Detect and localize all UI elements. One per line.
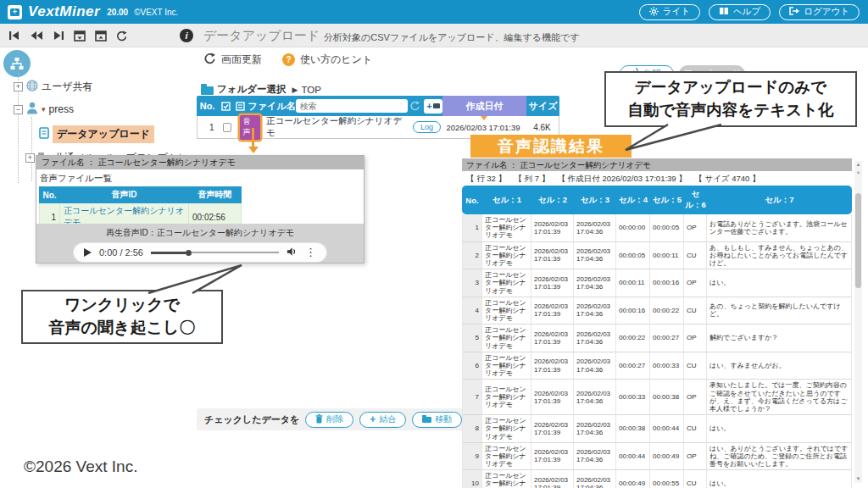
results-cell: はい。 <box>707 470 852 488</box>
first-page-icon[interactable] <box>8 30 20 41</box>
col-created-header[interactable]: 作成日付 <box>442 96 526 116</box>
sidebar-item-data-upload[interactable]: データアップロード <box>39 125 154 143</box>
person-icon <box>26 102 38 117</box>
results-cell: 2026/02/03 17:01:39 <box>531 324 574 352</box>
merge-button[interactable]: + 結合 <box>359 412 406 428</box>
sidebar-item-user-share[interactable]: + ユーザ共有 <box>14 80 93 94</box>
player-seek-bar[interactable] <box>151 252 279 253</box>
logout-icon <box>789 7 799 17</box>
results-cell: 正コールセンター解約シナリオデモ <box>482 214 531 242</box>
recognition-results-label: 音声認識結果 <box>470 135 632 158</box>
results-row-no: 8 <box>462 415 482 443</box>
player-menu-icon[interactable]: ⋮ <box>305 248 316 257</box>
callout-tail <box>621 124 732 152</box>
scroll-up-icon-2[interactable]: ▲ <box>854 169 862 175</box>
results-row: 7正コールセンター解約シナリオデモ2026/02/03 17:01:392026… <box>462 380 852 415</box>
results-cell: 正コールセンター解約シナリオデモ <box>482 242 531 270</box>
dock-pane-icon[interactable] <box>74 30 86 42</box>
results-row-no: 7 <box>462 380 482 415</box>
results-row: 3正コールセンター解約シナリオデモ2026/02/03 17:01:392026… <box>462 269 852 297</box>
recognition-results-panel: ファイル名 ： 正コールセンター解約シナリオデモ 【 行 32 】 【 列 7 … <box>462 158 852 488</box>
results-cell: 正コールセンター解約シナリオデモ <box>482 324 531 352</box>
results-cell: 00:00:16 <box>650 269 684 297</box>
results-cell: はい。 <box>707 415 852 443</box>
audio-player-area: 再生音声ID：正コールセンター解約シナリオデモ 0:00 / 2:56 ⋮ <box>36 224 364 263</box>
info-icon[interactable]: i <box>180 29 193 42</box>
volume-icon[interactable] <box>287 245 298 260</box>
results-cell: 2026/02/03 17:04:36 <box>574 242 616 270</box>
sidebar-item-press[interactable]: − ▾ press <box>14 102 74 117</box>
vendor-copyright: ©VEXT Inc. <box>134 8 178 17</box>
results-row: 9正コールセンター解約シナリオデモ2026/02/03 17:01:392026… <box>462 443 852 471</box>
results-cell: 2026/02/03 17:01:39 <box>531 214 574 242</box>
collapse-icon[interactable]: − <box>14 105 23 114</box>
results-row-no: 3 <box>462 269 482 297</box>
audio-col-id: 音声ID <box>60 187 189 203</box>
scroll-up-icon[interactable]: ▲ <box>854 162 862 167</box>
help-icon <box>719 7 729 17</box>
folder-path-top[interactable]: TOP <box>302 85 321 95</box>
log-button[interactable]: Log <box>413 121 441 133</box>
version-label: 20.00 <box>107 8 128 17</box>
audio-col-duration: 音声時間 <box>189 187 242 203</box>
organization-root-icon[interactable] <box>3 50 31 77</box>
path-arrow-icon: ▶ <box>292 86 298 94</box>
light-mode-button[interactable]: ライト <box>639 4 700 20</box>
next-page-icon[interactable] <box>53 30 64 41</box>
add-folder-button[interactable]: + <box>424 99 442 114</box>
usage-hint-label: 使い方のヒント <box>300 53 372 67</box>
undock-pane-icon[interactable] <box>95 30 107 42</box>
sort-desc-icon <box>481 116 487 120</box>
callout-text: ワンクリックで <box>64 294 180 317</box>
search-input[interactable] <box>296 99 408 113</box>
results-cell: 00:00:16 <box>616 297 650 325</box>
results-row-no: 9 <box>462 443 482 471</box>
results-cell: 2026/02/03 17:04:36 <box>574 470 616 488</box>
prev-page-icon[interactable] <box>30 30 43 41</box>
reload-icon[interactable] <box>116 30 128 42</box>
logout-button[interactable]: ログアウト <box>779 4 860 20</box>
results-cell: 00:00:38 <box>650 380 684 415</box>
results-cell: CU <box>684 415 707 443</box>
results-cell: 00:00:33 <box>650 352 684 380</box>
results-row-no: 6 <box>462 352 482 380</box>
audio-player: 0:00 / 2:56 ⋮ <box>73 242 327 263</box>
sidebar-item-label-selected: データアップロード <box>53 125 154 143</box>
delete-button[interactable]: 削除 <box>305 412 353 428</box>
search-refresh-icon[interactable] <box>408 101 423 111</box>
results-row-no: 2 <box>462 242 482 270</box>
screen-refresh-link[interactable]: 画面更新 <box>204 53 262 67</box>
file-row-checkbox[interactable] <box>223 123 232 132</box>
logout-label: ログアウト <box>804 6 849 18</box>
move-button[interactable]: 移動 <box>412 412 462 428</box>
media-column-icon <box>233 102 248 111</box>
help-button[interactable]: ヘルプ <box>709 4 771 20</box>
results-cell: 正コールセンター解約シナリオデモ <box>482 352 531 380</box>
results-cell: 00:00:49 <box>650 443 684 471</box>
results-table: No.セル：1セル：2セル：3セル：4セル：5セル：6セル：7 1正コールセンタ… <box>462 186 852 488</box>
scrollbar-thumb[interactable] <box>855 193 861 288</box>
results-cell: 2026/02/03 17:01:39 <box>531 470 574 488</box>
folder-icon <box>201 86 214 95</box>
results-cell: 2026/02/03 17:04:36 <box>574 380 616 415</box>
results-cell: 解約でございますか？ <box>707 324 852 352</box>
results-cell: OP <box>684 380 707 415</box>
results-cell: 2026/02/03 17:04:36 <box>574 415 616 443</box>
results-cell: 2026/02/03 17:01:39 <box>531 443 574 471</box>
select-column-icon <box>218 102 233 111</box>
play-button[interactable] <box>84 248 92 257</box>
results-scrollbar[interactable]: ▲ ▲ ▼ <box>854 161 862 483</box>
col-size-header: サイズ <box>526 100 559 113</box>
file-name[interactable]: 正コールセンター解約シナリオデモ <box>266 115 408 139</box>
actions-label: チェックしたデータを <box>204 413 299 426</box>
expand-icon[interactable]: + <box>25 153 35 163</box>
results-col-header: セル：5 <box>650 186 684 214</box>
expand-icon[interactable]: + <box>14 82 23 92</box>
results-col-header: セル：3 <box>574 186 616 214</box>
usage-hint-link[interactable]: ? 使い方のヒント <box>282 53 372 67</box>
results-cell: 00:00:38 <box>616 415 650 443</box>
results-cell: CU <box>684 242 707 270</box>
callout-one-click: ワンクリックで 音声の聞き起こし〇 <box>21 290 223 344</box>
scroll-down-icon[interactable]: ▼ <box>854 476 862 481</box>
file-row-no: 1 <box>198 123 218 132</box>
